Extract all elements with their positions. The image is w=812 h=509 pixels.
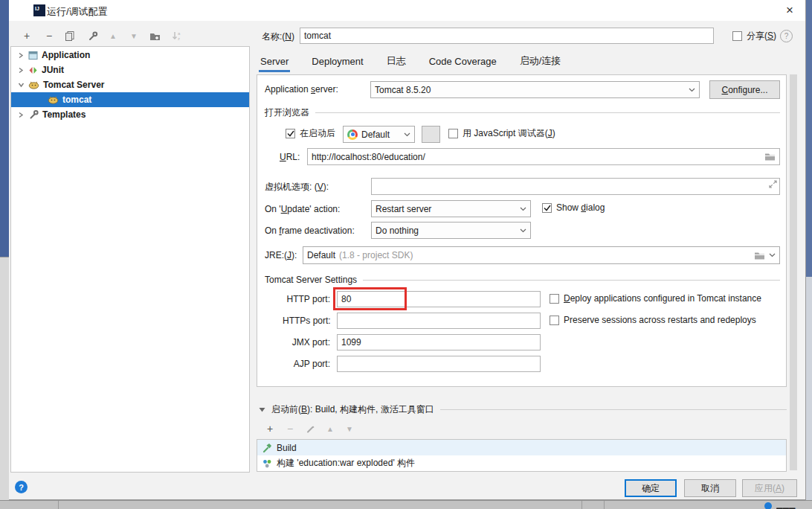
edit-defaults-button[interactable] xyxy=(85,28,100,43)
frame-deactivation-value: Do nothing xyxy=(376,225,516,236)
before-launch-remove-button[interactable]: − xyxy=(283,421,297,436)
configure-button[interactable]: Configure... xyxy=(709,80,780,99)
before-launch-header[interactable]: 启动前(B): Build, 构建构件, 激活工具窗口 xyxy=(259,403,787,416)
chevron-right-icon[interactable] xyxy=(17,52,25,59)
copy-icon xyxy=(65,31,75,41)
http-port-annotation-highlight xyxy=(333,287,407,310)
chevron-down-icon xyxy=(769,253,776,257)
tab-logs[interactable]: 日志 xyxy=(385,52,407,72)
server-tab-panel: Application server: Tomcat 8.5.20 Config… xyxy=(257,74,787,387)
deploy-applications-checkbox-box[interactable] xyxy=(550,294,559,304)
apply-button[interactable]: 应用(A) xyxy=(742,479,797,497)
move-down-button[interactable]: ▼ xyxy=(126,28,141,43)
update-action-select[interactable]: Restart server xyxy=(371,200,531,217)
jre-value: Default xyxy=(307,250,335,260)
tree-item-application[interactable]: Application xyxy=(11,48,249,63)
junit-icon xyxy=(28,65,38,75)
artifact-icon xyxy=(262,458,272,469)
chevron-down-icon[interactable] xyxy=(17,82,25,88)
update-action-value: Restart server xyxy=(376,204,516,214)
preserve-sessions-checkbox-box[interactable] xyxy=(550,316,559,325)
browser-select[interactable]: Default xyxy=(343,126,415,143)
intellij-logo-icon: IJ xyxy=(33,4,45,16)
tree-item-label: JUnit xyxy=(42,65,64,75)
context-help-icon[interactable]: ? xyxy=(780,30,793,42)
jmx-port-input[interactable] xyxy=(337,334,541,350)
before-launch-label: 启动前(B): Build, 构建构件, 激活工具窗口 xyxy=(271,403,434,416)
application-server-select[interactable]: Tomcat 8.5.20 xyxy=(370,81,700,98)
checkmark-icon xyxy=(287,130,294,137)
after-launch-checkbox-box[interactable] xyxy=(286,129,295,138)
tree-item-tomcat-server[interactable]: Tomcat Server xyxy=(11,77,249,92)
expand-icon[interactable] xyxy=(769,180,777,188)
tab-deployment[interactable]: Deployment xyxy=(310,52,364,72)
deploy-applications-checkbox[interactable]: Deploy applications configured in Tomcat… xyxy=(550,293,761,304)
tree-item-templates[interactable]: Templates xyxy=(11,107,249,122)
share-checkbox[interactable]: 分享(S) xyxy=(732,30,776,42)
frame-deactivation-select[interactable]: Do nothing xyxy=(371,222,531,239)
url-label: URL: xyxy=(280,149,300,166)
open-browser-group-label: 打开浏览器 xyxy=(265,106,309,119)
background-window-left-strip-lower xyxy=(0,257,9,501)
before-launch-item-build-artifact[interactable]: 构建 'education:war exploded' 构件 xyxy=(257,455,786,471)
share-checkbox-box[interactable] xyxy=(732,31,742,41)
after-launch-checkbox[interactable]: 在启动后 xyxy=(286,127,335,140)
pencil-icon xyxy=(306,424,315,434)
update-action-label: On 'Update' action: xyxy=(265,201,340,218)
show-dialog-label: Show dialog xyxy=(556,202,605,213)
vm-options-input[interactable] xyxy=(371,178,780,195)
jre-select[interactable]: Default (1.8 - project SDK) xyxy=(303,246,780,264)
open-browser-group-header: 打开浏览器 xyxy=(265,106,780,119)
folder-icon[interactable] xyxy=(754,251,765,260)
url-input[interactable] xyxy=(307,148,780,165)
copy-configuration-button[interactable] xyxy=(62,28,77,43)
tab-startup-connection[interactable]: 启动/连接 xyxy=(518,52,563,72)
chevron-right-icon[interactable] xyxy=(17,67,25,74)
before-launch-down-button[interactable]: ▼ xyxy=(342,421,357,436)
before-launch-list: Build 构建 'education:war exploded' 构件 xyxy=(257,439,787,472)
help-icon[interactable]: ? xyxy=(15,481,28,493)
ajp-port-input[interactable] xyxy=(337,356,541,372)
tab-code-coverage[interactable]: Code Coverage xyxy=(428,52,498,72)
preserve-sessions-checkbox[interactable]: Preserve sessions across restarts and re… xyxy=(550,315,756,325)
tree-item-tomcat-selected[interactable]: tomcat xyxy=(11,92,249,107)
tree-item-junit[interactable]: JUnit xyxy=(11,63,249,77)
chevron-right-icon[interactable] xyxy=(17,112,25,118)
before-launch-up-button[interactable]: ▲ xyxy=(323,421,338,436)
before-launch-edit-button[interactable] xyxy=(303,421,318,436)
https-port-input[interactable] xyxy=(337,313,541,329)
ok-button[interactable]: 确定 xyxy=(625,479,677,497)
ajp-port-label: AJP port: xyxy=(283,356,330,373)
name-input[interactable] xyxy=(300,28,714,44)
close-icon[interactable]: × xyxy=(773,0,806,21)
browse-more-button[interactable] xyxy=(422,126,440,143)
jre-note: (1.8 - project SDK) xyxy=(339,250,750,260)
tomcat-icon xyxy=(28,80,39,89)
js-debugger-checkbox-box[interactable] xyxy=(448,129,458,138)
application-icon xyxy=(28,51,38,60)
dialog-titlebar[interactable]: IJ 运行/调试配置 × xyxy=(9,0,805,21)
background-window-right-strip-lower xyxy=(806,277,812,500)
cancel-button[interactable]: 取消 xyxy=(684,479,736,497)
tree-item-label: tomcat xyxy=(62,95,91,105)
dialog-scrollbar[interactable] xyxy=(790,74,797,470)
before-launch-item-build[interactable]: Build xyxy=(257,440,786,455)
new-folder-button[interactable] xyxy=(147,28,162,43)
divider xyxy=(604,501,605,509)
show-dialog-checkbox[interactable]: Show dialog xyxy=(542,202,605,213)
remove-configuration-button[interactable]: − xyxy=(42,28,57,43)
before-launch-add-button[interactable]: + xyxy=(262,421,277,436)
tab-server[interactable]: Server xyxy=(259,52,290,72)
move-up-button[interactable]: ▲ xyxy=(106,28,120,43)
new-folder-icon xyxy=(149,31,161,41)
svg-text:z: z xyxy=(178,36,180,41)
chrome-icon xyxy=(347,129,358,140)
js-debugger-checkbox[interactable]: 用 JavaScript 调试器(J) xyxy=(448,127,555,140)
show-dialog-checkbox-box[interactable] xyxy=(542,203,552,213)
folder-icon[interactable] xyxy=(764,152,776,161)
add-configuration-button[interactable]: + xyxy=(19,28,34,43)
sort-configurations-button[interactable]: az xyxy=(170,28,184,43)
http-port-label: HTTP port: xyxy=(283,291,330,308)
https-port-label: HTTPs port: xyxy=(283,313,330,330)
before-launch-item-label: 构建 'education:war exploded' 构件 xyxy=(277,457,415,470)
